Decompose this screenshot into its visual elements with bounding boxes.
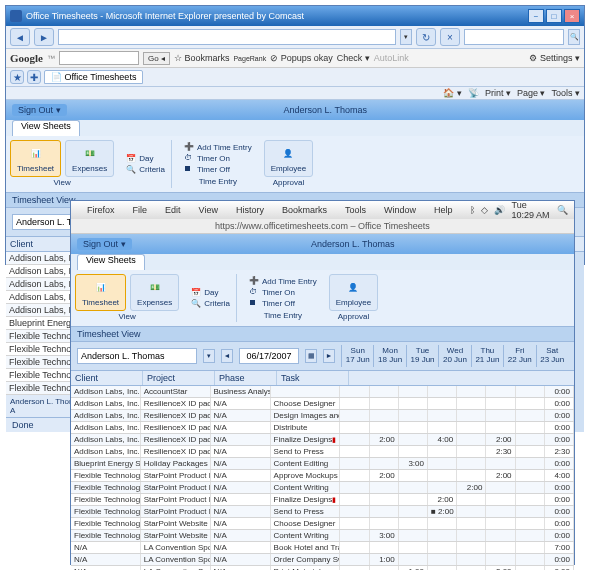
employee-dropdown[interactable]: ▾ <box>203 349 215 363</box>
time-cell[interactable] <box>340 554 369 565</box>
time-cell[interactable]: 2:00 <box>486 470 515 481</box>
menu-bookmarks[interactable]: Bookmarks <box>282 205 327 215</box>
date-picker[interactable]: ▦ <box>305 349 317 363</box>
time-cell[interactable] <box>516 530 545 541</box>
time-cell[interactable] <box>340 470 369 481</box>
time-cell[interactable] <box>457 530 486 541</box>
time-cell[interactable] <box>486 506 515 517</box>
time-cell[interactable] <box>457 410 486 421</box>
time-cell[interactable] <box>457 398 486 409</box>
time-cell[interactable] <box>486 482 515 493</box>
menu-help[interactable]: Help <box>434 205 453 215</box>
time-cell[interactable] <box>428 470 457 481</box>
time-cell[interactable] <box>399 554 428 565</box>
table-row[interactable]: Flexible TechnologiStarPoint Product BN/… <box>71 494 574 506</box>
time-cell[interactable] <box>370 482 399 493</box>
time-cell[interactable]: 2:00 <box>428 494 457 505</box>
minimize-button[interactable]: − <box>528 9 544 23</box>
day-header[interactable]: Thu21 Jun <box>471 345 503 367</box>
time-cell[interactable] <box>457 566 486 570</box>
autolink-button[interactable]: AutoLink <box>374 53 409 63</box>
ribbon-add-time[interactable]: ➕Add Time Entry <box>184 142 252 152</box>
time-cell[interactable] <box>428 386 457 397</box>
table-row[interactable]: Addison Labs, Inc.ResilienceX ID packN/A… <box>71 398 574 410</box>
time-cell[interactable] <box>399 494 428 505</box>
page-menu[interactable]: Page ▾ <box>517 88 546 98</box>
wifi-icon[interactable]: ◇ <box>481 205 488 215</box>
time-cell[interactable] <box>399 530 428 541</box>
ie-titlebar[interactable]: Office Timesheets - Microsoft Internet E… <box>6 6 584 26</box>
table-row[interactable]: Addison Labs, Inc.ResilienceX ID packN/A… <box>71 422 574 434</box>
close-button[interactable]: × <box>564 9 580 23</box>
volume-icon[interactable]: 🔊 <box>494 205 505 215</box>
time-cell[interactable] <box>457 434 486 445</box>
time-cell[interactable] <box>457 446 486 457</box>
time-cell[interactable]: 3:00 <box>399 458 428 469</box>
address-dropdown[interactable]: ▾ <box>400 29 412 45</box>
menu-firefox[interactable]: Firefox <box>87 205 115 215</box>
time-cell[interactable] <box>399 410 428 421</box>
tab-view-sheets[interactable]: View Sheets <box>12 120 80 136</box>
time-cell[interactable] <box>516 470 545 481</box>
home-menu[interactable]: 🏠 ▾ <box>443 88 462 98</box>
time-cell[interactable] <box>457 506 486 517</box>
time-cell[interactable] <box>428 542 457 553</box>
time-cell[interactable] <box>399 446 428 457</box>
print-menu[interactable]: Print ▾ <box>485 88 511 98</box>
time-cell[interactable] <box>340 542 369 553</box>
time-cell[interactable] <box>370 446 399 457</box>
table-row[interactable]: Blueprint Energy SyHoliday Packages EN/A… <box>71 458 574 470</box>
firefox-url[interactable]: https://www.officetimesheets.com – Offic… <box>71 219 574 234</box>
time-cell[interactable] <box>340 422 369 433</box>
time-cell[interactable] <box>516 518 545 529</box>
time-cell[interactable] <box>486 542 515 553</box>
time-cell[interactable] <box>428 482 457 493</box>
table-row[interactable]: Flexible TechnologiStarPoint WebsiteN/AC… <box>71 518 574 530</box>
time-cell[interactable] <box>370 410 399 421</box>
time-cell[interactable] <box>486 410 515 421</box>
add-favorite-button[interactable]: ✚ <box>27 70 41 84</box>
time-cell[interactable] <box>486 422 515 433</box>
time-cell[interactable] <box>457 470 486 481</box>
time-cell[interactable] <box>399 542 428 553</box>
time-cell[interactable] <box>428 422 457 433</box>
time-cell[interactable] <box>340 506 369 517</box>
time-cell[interactable] <box>486 554 515 565</box>
time-cell[interactable]: 1:00 <box>370 554 399 565</box>
ribbon-add-time[interactable]: ➕Add Time Entry <box>249 276 317 286</box>
day-header[interactable]: Sat23 Jun <box>536 345 568 367</box>
table-row[interactable]: N/ALA Convention SponN/ABook Hotel and T… <box>71 542 574 554</box>
time-cell[interactable] <box>428 530 457 541</box>
day-header[interactable]: Tue19 Jun <box>406 345 438 367</box>
time-cell[interactable] <box>370 458 399 469</box>
time-cell[interactable] <box>399 422 428 433</box>
time-cell[interactable] <box>370 566 399 570</box>
time-cell[interactable] <box>370 386 399 397</box>
tools-menu[interactable]: Tools ▾ <box>551 88 580 98</box>
ribbon-timesheet[interactable]: 📊Timesheet <box>10 140 61 177</box>
time-cell[interactable] <box>516 542 545 553</box>
popups-indicator[interactable]: ⊘ Popups okay <box>270 53 333 63</box>
time-cell[interactable] <box>516 446 545 457</box>
menu-edit[interactable]: Edit <box>165 205 181 215</box>
time-cell[interactable] <box>370 422 399 433</box>
date-input[interactable]: 06/17/2007 <box>239 348 299 364</box>
spotlight-icon[interactable]: 🔍 <box>557 205 568 215</box>
time-cell[interactable] <box>516 506 545 517</box>
feeds-button[interactable]: 📡 <box>468 88 479 98</box>
menu-history[interactable]: History <box>236 205 264 215</box>
table-row[interactable]: Flexible TechnologiStarPoint Product BN/… <box>71 482 574 494</box>
ribbon-criteria[interactable]: 🔍Criteria <box>126 165 165 175</box>
table-row[interactable]: Addison Labs, Inc.ResilienceX ID packN/A… <box>71 446 574 458</box>
time-cell[interactable]: 1:00 <box>399 566 428 570</box>
time-cell[interactable] <box>428 458 457 469</box>
table-row[interactable]: Addison Labs, Inc.AccountStarBusiness An… <box>71 386 574 398</box>
time-cell[interactable] <box>340 566 369 570</box>
search-box[interactable] <box>464 29 564 45</box>
bluetooth-icon[interactable]: ᛒ <box>470 205 475 215</box>
time-cell[interactable] <box>428 398 457 409</box>
date-next[interactable]: ► <box>323 349 335 363</box>
time-cell[interactable] <box>457 554 486 565</box>
time-cell[interactable] <box>340 458 369 469</box>
time-cell[interactable]: ■ 2:00 <box>428 506 457 517</box>
